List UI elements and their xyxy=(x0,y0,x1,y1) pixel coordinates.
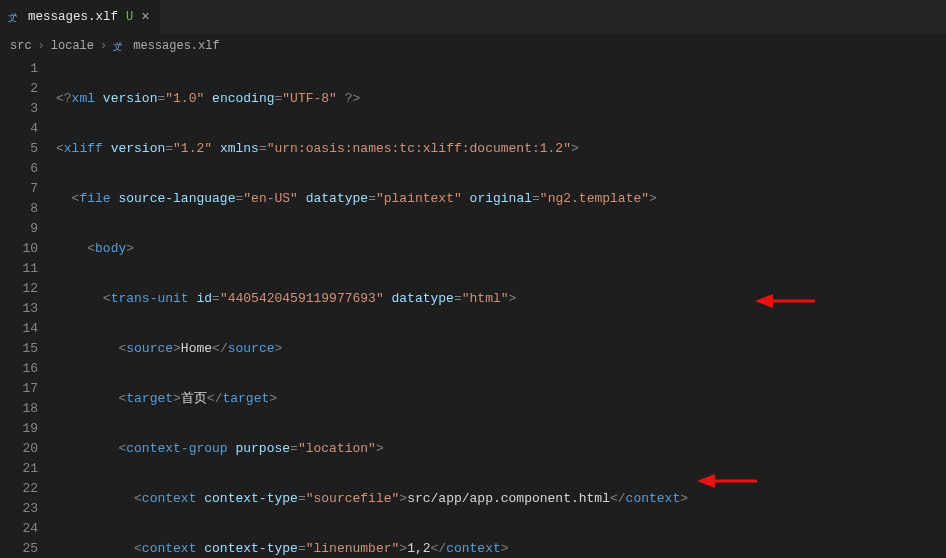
svg-marker-7 xyxy=(697,474,715,488)
editor[interactable]: 1234567891011121314151617181920212223242… xyxy=(0,57,946,558)
close-icon[interactable]: × xyxy=(139,9,151,25)
code-line[interactable]: <xliff version="1.2" xmlns="urn:oasis:na… xyxy=(56,139,946,159)
svg-text:A: A xyxy=(118,41,122,48)
breadcrumb-seg[interactable]: locale xyxy=(51,39,94,53)
annotation-arrow-icon xyxy=(650,457,710,475)
code-line[interactable]: <body> xyxy=(56,239,946,259)
tab-git-status: U xyxy=(124,10,133,24)
svg-marker-5 xyxy=(755,294,773,308)
code-line[interactable]: <?xml version="1.0" encoding="UTF-8" ?> xyxy=(56,89,946,109)
breadcrumb-seg[interactable]: src xyxy=(10,39,32,53)
breadcrumb[interactable]: src › locale › 文A messages.xlf xyxy=(0,35,946,57)
code-line[interactable]: <context context-type="linenumber">1,2</… xyxy=(56,539,946,558)
annotation-arrow-icon xyxy=(708,277,768,295)
svg-text:A: A xyxy=(13,12,17,19)
editor-tab[interactable]: 文A messages.xlf U × xyxy=(0,0,160,34)
chevron-right-icon: › xyxy=(38,39,45,53)
code-line[interactable]: <file source-language="en-US" datatype="… xyxy=(56,189,946,209)
code-line[interactable]: <context-group purpose="location"> xyxy=(56,439,946,459)
tab-bar: 文A messages.xlf U × xyxy=(0,0,946,35)
language-icon: 文A xyxy=(113,39,127,53)
code-line[interactable]: <target>首页</target> xyxy=(56,389,946,409)
code-area[interactable]: <?xml version="1.0" encoding="UTF-8" ?> … xyxy=(56,57,946,558)
breadcrumb-seg[interactable]: messages.xlf xyxy=(133,39,219,53)
tab-filename: messages.xlf xyxy=(28,10,118,24)
code-line[interactable]: <source>Home</source> xyxy=(56,339,946,359)
chevron-right-icon: › xyxy=(100,39,107,53)
line-number-gutter: 1234567891011121314151617181920212223242… xyxy=(0,57,56,558)
language-icon: 文A xyxy=(8,10,22,24)
code-line[interactable]: <context context-type="sourcefile">src/a… xyxy=(56,489,946,509)
